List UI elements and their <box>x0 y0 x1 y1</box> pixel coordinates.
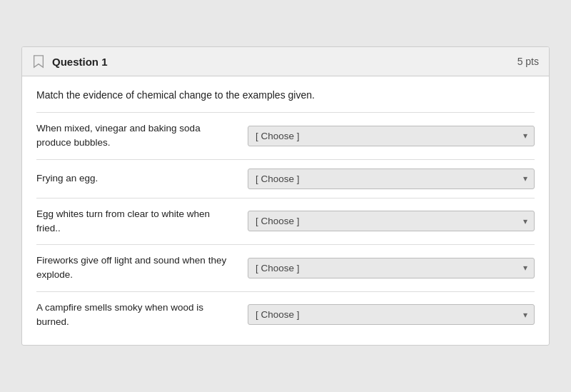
question-prompt: Match the evidence of chemical change to… <box>36 89 535 101</box>
question-points: 5 pts <box>517 56 539 67</box>
match-row-4: Fireworks give off light and sound when … <box>36 244 535 291</box>
match-select-wrapper-4: [ Choose ] Production of gas Change in c… <box>248 258 535 278</box>
match-row-1: When mixed, vinegar and baking soda prod… <box>36 112 535 159</box>
match-label-4: Fireworks give off light and sound when … <box>36 253 236 283</box>
match-select-wrapper-5: [ Choose ] Production of gas Change in c… <box>248 304 535 325</box>
question-header: Question 1 5 pts <box>22 47 549 76</box>
match-label-3: Egg whites turn from clear to white when… <box>36 207 236 236</box>
match-select-4[interactable]: [ Choose ] Production of gas Change in c… <box>248 258 535 278</box>
match-select-wrapper-2: [ Choose ] Production of gas Change in c… <box>248 169 535 189</box>
question-body: Match the evidence of chemical change to… <box>22 76 549 345</box>
match-label-5: A campfire smells smoky when wood is bur… <box>36 301 236 330</box>
match-row-3: Egg whites turn from clear to white when… <box>36 198 535 245</box>
match-select-wrapper-3: [ Choose ] Production of gas Change in c… <box>248 211 535 231</box>
match-select-2[interactable]: [ Choose ] Production of gas Change in c… <box>248 169 535 189</box>
match-label-1: When mixed, vinegar and baking soda prod… <box>36 121 236 151</box>
match-select-3[interactable]: [ Choose ] Production of gas Change in c… <box>248 211 535 231</box>
match-row-5: A campfire smells smoky when wood is bur… <box>36 291 535 338</box>
match-select-1[interactable]: [ Choose ] Production of gas Change in c… <box>248 126 535 146</box>
question-title: Question 1 <box>52 56 108 68</box>
match-select-wrapper-1: [ Choose ] Production of gas Change in c… <box>248 126 535 146</box>
bookmark-icon <box>32 54 45 69</box>
match-label-2: Frying an egg. <box>36 171 236 186</box>
match-row-2: Frying an egg. [ Choose ] Production of … <box>36 159 535 198</box>
header-left: Question 1 <box>32 54 108 69</box>
question-card: Question 1 5 pts Match the evidence of c… <box>21 46 550 346</box>
match-select-5[interactable]: [ Choose ] Production of gas Change in c… <box>248 304 535 325</box>
